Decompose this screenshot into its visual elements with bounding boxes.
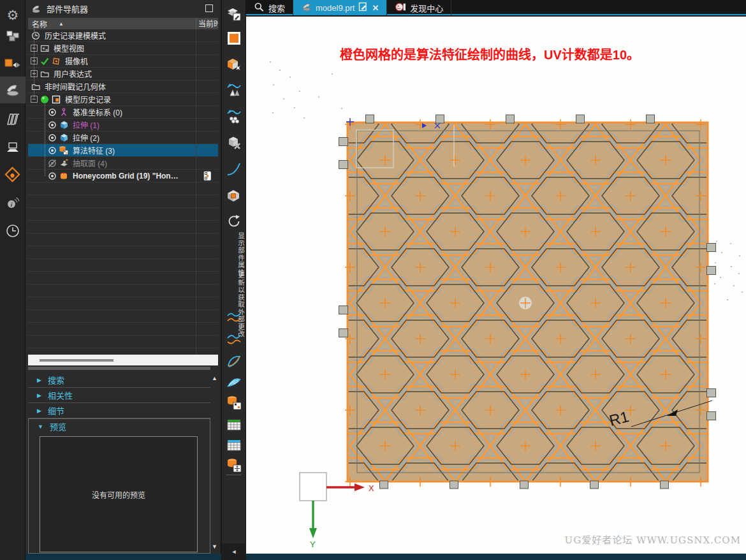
visibility-eye-icon[interactable] bbox=[47, 107, 57, 117]
horizontal-scrollbar[interactable] bbox=[28, 355, 218, 365]
feature-tree: 历史记录建模模式+模型视图+摄像机+用户表达式非时间戳记几何体−模型历史记录基准… bbox=[28, 29, 218, 355]
web-browser-icon[interactable] bbox=[0, 161, 26, 188]
tree-row[interactable]: +摄像机 bbox=[28, 55, 218, 68]
visibility-eye-icon[interactable] bbox=[47, 171, 57, 181]
part-navigator-icon[interactable] bbox=[0, 77, 26, 103]
scene-canvas[interactable]: R1 X Y bbox=[246, 17, 746, 555]
section-collapsed[interactable]: ▶细节 bbox=[28, 403, 210, 418]
check-icon bbox=[40, 56, 50, 66]
curve-points-icon[interactable] bbox=[222, 103, 246, 129]
tab-label: 搜索 bbox=[268, 2, 285, 14]
hscroll-thumb[interactable] bbox=[40, 359, 113, 362]
show-curves-icon[interactable] bbox=[222, 77, 246, 103]
color-swatch-icon[interactable] bbox=[222, 26, 246, 51]
axis-x-label: X bbox=[369, 483, 374, 493]
tree-row[interactable]: 拉伸 (2) bbox=[28, 131, 218, 144]
navigator-sections: ▶搜索▶相关性▶细节▼预览 bbox=[28, 372, 210, 434]
section-expanded[interactable]: ▼预览 bbox=[28, 418, 210, 434]
tree-column-header[interactable]: 名称▲ 当前时间戳记 bbox=[28, 18, 218, 29]
csys-icon bbox=[59, 107, 69, 117]
arc-curve-icon[interactable] bbox=[222, 156, 246, 182]
vertical-button-label[interactable]: 显示部件属性 bbox=[222, 232, 246, 276]
toolbar-separator bbox=[226, 475, 242, 475]
panel-title: 部件导航器 bbox=[47, 3, 88, 15]
enhance-scene-icon[interactable] bbox=[222, 51, 246, 77]
orientation-triad: X Y bbox=[300, 473, 374, 549]
folder-icon bbox=[40, 69, 50, 78]
tree-empty-row bbox=[28, 323, 218, 335]
resource-bar: ⚙i bbox=[0, 0, 26, 560]
search-icon bbox=[254, 2, 265, 14]
tree-empty-row bbox=[28, 182, 218, 195]
tree-row[interactable]: 拉伸 (1) bbox=[28, 119, 218, 131]
camera-icon bbox=[51, 56, 61, 66]
folder-icon bbox=[31, 82, 41, 91]
close-icon[interactable]: ✕ bbox=[372, 3, 379, 13]
triad-box bbox=[300, 473, 326, 501]
tree-item-label: 拉伸 (1) bbox=[73, 119, 99, 130]
hd3d-tool-icon[interactable] bbox=[0, 134, 26, 161]
current-timestamp-cell bbox=[196, 42, 218, 55]
current-timestamp-cell bbox=[196, 29, 218, 42]
visibility-eye-icon[interactable] bbox=[47, 145, 57, 155]
main-area: 搜索model9.prt✕发现中心 橙色网格的是算法特征绘制的曲线，UV计数都是… bbox=[246, 0, 746, 560]
vertical-scrollbar[interactable]: ▲ ▼ bbox=[210, 375, 219, 554]
tab-model9.prt[interactable]: model9.prt✕ bbox=[293, 0, 387, 15]
tab-搜索[interactable]: 搜索 bbox=[246, 0, 293, 15]
chevron-right-icon: ▶ bbox=[37, 408, 41, 414]
tree-row[interactable]: Honeycomb Grid (19) "Hon… bbox=[28, 170, 218, 182]
float-panel-button[interactable] bbox=[205, 4, 213, 12]
graphics-window[interactable]: 橙色网格的是算法特征绘制的曲线，UV计数都是10。 R1 bbox=[246, 17, 746, 555]
history-icon[interactable] bbox=[0, 217, 26, 244]
tree-empty-row bbox=[28, 221, 218, 233]
tree-item-label: 拉伸 (2) bbox=[73, 132, 99, 143]
visibility-eye-icon[interactable] bbox=[47, 158, 57, 168]
collapse-toolbar-button[interactable]: ◄ bbox=[222, 543, 246, 560]
feature-toolbar: 显示部件属性更新以获取外部更改◄ bbox=[222, 0, 246, 560]
sort-asc-icon[interactable]: ▲ bbox=[59, 21, 64, 27]
edit-object-display-icon[interactable] bbox=[222, 1, 246, 27]
axis-y-label: Y bbox=[310, 540, 316, 549]
tree-empty-row bbox=[28, 233, 218, 246]
tree-row[interactable]: 历史记录建模模式 bbox=[28, 29, 218, 42]
tree-empty-row bbox=[28, 259, 218, 272]
tree-row[interactable]: 抽取面 (4) bbox=[28, 157, 218, 170]
tree-row[interactable]: 算法特征 (3) bbox=[28, 144, 218, 157]
constraint-navigator-icon[interactable] bbox=[0, 50, 26, 77]
edit-icon[interactable] bbox=[358, 2, 368, 13]
visibility-eye-icon[interactable] bbox=[47, 120, 57, 129]
tree-empty-row bbox=[28, 348, 218, 355]
tree-row[interactable]: −模型历史记录 bbox=[28, 93, 218, 106]
refresh-icon[interactable] bbox=[222, 209, 246, 234]
tree-item-label: Honeycomb Grid (19) "Hon… bbox=[73, 172, 179, 181]
isolate-body-icon[interactable] bbox=[222, 182, 246, 208]
document-tab-bar: 搜索model9.prt✕发现中心 bbox=[246, 0, 746, 15]
reuse-library-icon[interactable] bbox=[0, 106, 26, 133]
scroll-down-icon[interactable]: ▼ bbox=[212, 543, 217, 550]
current-timestamp-cell bbox=[196, 93, 218, 106]
scroll-up-icon[interactable]: ▲ bbox=[212, 375, 217, 381]
panel-splitter[interactable] bbox=[28, 367, 210, 370]
tree-row[interactable]: +模型视图 bbox=[28, 42, 218, 55]
visibility-eye-icon[interactable] bbox=[47, 133, 57, 142]
part-icon bbox=[301, 2, 312, 13]
algorithm-icon bbox=[59, 145, 69, 155]
watermark-text: UG爱好者论坛 WWW.UGSNX.COM bbox=[565, 533, 741, 546]
hide-body-icon[interactable] bbox=[222, 129, 246, 155]
column-current-timestamp: 当前时间戳记 bbox=[196, 18, 218, 29]
tree-row[interactable]: +用户表达式 bbox=[28, 68, 218, 80]
tab-发现中心[interactable]: 发现中心 bbox=[387, 0, 451, 15]
tab-label: model9.prt bbox=[316, 3, 355, 13]
tree-row[interactable]: 基准坐标系 (0) bbox=[28, 106, 218, 119]
info-center-icon[interactable]: i bbox=[0, 189, 26, 216]
tree-item-label: 算法特征 (3) bbox=[73, 145, 115, 156]
history-icon bbox=[51, 94, 61, 104]
assembly-navigator-icon[interactable] bbox=[0, 23, 26, 50]
section-collapsed[interactable]: ▶相关性 bbox=[28, 388, 210, 403]
tree-item-label: 抽取面 (4) bbox=[73, 158, 107, 168]
tree-row[interactable]: 非时间戳记几何体 bbox=[28, 80, 218, 93]
part-navigator-titlebar: 部件导航器 bbox=[26, 0, 221, 17]
status-strip-main bbox=[246, 554, 746, 560]
section-collapsed[interactable]: ▶搜索 bbox=[28, 372, 210, 388]
current-timestamp-cell bbox=[196, 131, 218, 144]
